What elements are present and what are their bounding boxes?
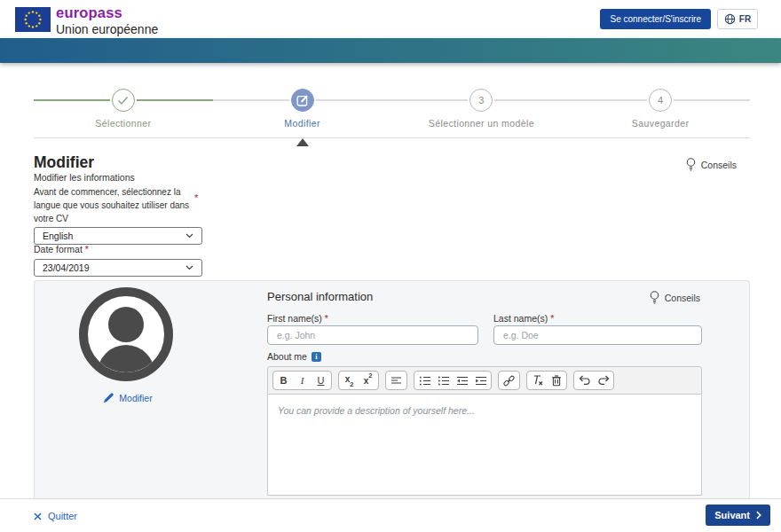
brand-subtitle: Union européenne — [56, 22, 158, 36]
lightbulb-icon — [650, 291, 659, 304]
about-me-label: About me i — [267, 351, 321, 362]
login-button[interactable]: Se connecter/S'inscrire — [600, 9, 711, 29]
connector — [392, 99, 469, 101]
align-button[interactable] — [387, 372, 406, 389]
europass-cv-editor: europass Union européenne Se connecter/S… — [0, 0, 781, 532]
tips-label: Conseils — [701, 160, 737, 170]
step-edit-circle — [291, 89, 314, 112]
connector — [674, 99, 750, 101]
connector — [34, 99, 110, 101]
section-title: Personal information — [267, 290, 373, 303]
language-select-label: Avant de commencer, sélectionnez la lang… — [34, 185, 199, 225]
bold-button[interactable]: B — [274, 372, 293, 389]
next-button[interactable]: Suivant — [706, 505, 770, 526]
step-save[interactable]: 4 Sauvegarder — [571, 89, 750, 129]
step-label: Sélectionner un modèle — [429, 118, 534, 129]
cv-language-value: English — [43, 231, 73, 241]
date-format-label: Date format * — [34, 244, 89, 254]
step-select[interactable]: Sélectionner — [34, 89, 213, 129]
step-select-circle — [112, 89, 135, 112]
step-save-circle: 4 — [649, 89, 672, 112]
required-marker: * — [85, 244, 89, 254]
date-format-select[interactable]: 23/04/2019 — [34, 259, 202, 277]
pencil-icon — [103, 393, 114, 403]
step-label: Sauvegarder — [632, 118, 690, 129]
chevron-down-icon — [185, 265, 193, 270]
stepper-divider — [34, 137, 750, 138]
redo-button[interactable] — [594, 372, 612, 389]
page-title: Modifier — [34, 153, 94, 172]
language-button[interactable]: FR — [717, 9, 758, 29]
brand: europass Union européenne — [56, 4, 158, 36]
link-group — [498, 371, 520, 390]
close-icon — [34, 512, 42, 520]
format-group: B I U — [272, 371, 332, 390]
ordered-list-button[interactable] — [415, 372, 434, 389]
clear-formatting-button[interactable] — [528, 372, 547, 389]
tips-label: Conseils — [665, 293, 700, 303]
link-button[interactable] — [500, 372, 518, 389]
align-group — [385, 371, 407, 390]
info-icon[interactable]: i — [312, 352, 321, 362]
clear-group — [526, 371, 567, 390]
edit-icon — [296, 94, 309, 106]
underline-button[interactable]: U — [312, 372, 330, 389]
language-code: FR — [739, 14, 751, 24]
tips-link[interactable]: Conseils — [650, 291, 700, 304]
cv-language-select[interactable]: English — [34, 227, 202, 245]
connector — [316, 99, 392, 101]
outdent-button[interactable] — [453, 372, 471, 389]
next-label: Suivant — [714, 510, 750, 520]
about-me-editor[interactable] — [267, 395, 702, 496]
connector — [137, 99, 213, 101]
history-group — [573, 371, 614, 390]
personal-information-panel: Modifier Personal information Conseils F… — [34, 280, 750, 498]
step-template-circle: 3 — [469, 89, 493, 112]
header: europass Union européenne Se connecter/S… — [0, 0, 781, 38]
page-subtitle: Modifier les informations — [34, 172, 135, 183]
first-name-label: First name(s) * — [267, 313, 328, 324]
footer: Quitter Suivant — [0, 498, 781, 532]
tips-link[interactable]: Conseils — [686, 158, 737, 171]
connector — [571, 99, 647, 101]
stepper: Sélectionner Modifier 3 Sélectionner un … — [34, 89, 750, 129]
italic-button[interactable]: I — [293, 372, 312, 389]
superscript-button[interactable]: x2 — [359, 372, 377, 389]
rich-text-toolbar: B I U x2 x2 — [267, 366, 702, 395]
step-edit[interactable]: Modifier — [213, 89, 392, 129]
chevron-down-icon — [185, 233, 193, 239]
step-label: Sélectionner — [95, 118, 151, 129]
list-group — [414, 371, 492, 390]
edit-photo-link[interactable]: Modifier — [35, 393, 221, 403]
active-step-indicator — [296, 138, 309, 146]
profile-photo-placeholder — [79, 287, 173, 381]
step-label: Modifier — [284, 118, 320, 129]
script-group: x2 x2 — [338, 371, 379, 390]
last-name-label: Last name(s) * — [493, 313, 554, 324]
date-format-value: 23/04/2019 — [43, 262, 90, 273]
globe-icon — [724, 13, 736, 25]
quit-label: Quitter — [48, 511, 77, 521]
check-icon — [117, 96, 129, 106]
eu-flag-icon — [15, 7, 51, 32]
quit-link[interactable]: Quitter — [34, 511, 77, 521]
person-icon — [79, 287, 173, 381]
undo-button[interactable] — [575, 372, 594, 389]
subscript-button[interactable]: x2 — [340, 372, 359, 389]
lightbulb-icon — [686, 158, 696, 171]
brand-name: europass — [56, 4, 158, 21]
connector — [494, 99, 571, 101]
connector — [213, 99, 289, 101]
step-template[interactable]: 3 Sélectionner un modèle — [392, 89, 572, 129]
required-marker: * — [550, 313, 554, 324]
edit-photo-label: Modifier — [119, 393, 152, 403]
indent-button[interactable] — [471, 372, 490, 389]
chevron-right-icon — [756, 511, 761, 520]
accent-banner — [0, 38, 781, 63]
bullet-list-button[interactable] — [434, 372, 453, 389]
first-name-input[interactable] — [267, 325, 478, 345]
required-marker: * — [194, 192, 198, 203]
delete-button[interactable] — [547, 372, 565, 389]
required-marker: * — [325, 313, 328, 324]
last-name-input[interactable] — [493, 325, 702, 345]
